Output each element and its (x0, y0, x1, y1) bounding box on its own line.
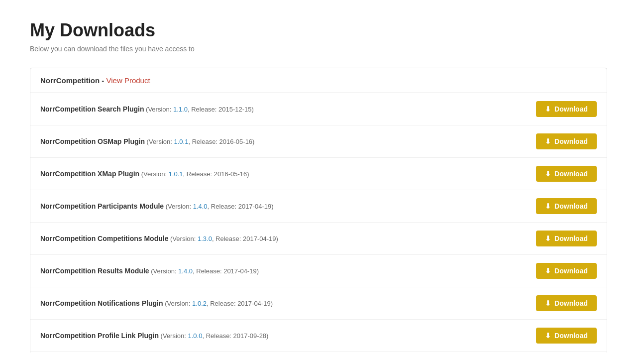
item-name: NorrCompetition Profile Link Plugin (Ver… (40, 332, 268, 340)
download-item: NorrCompetition Participants Module (Ver… (30, 190, 607, 223)
page-title: My Downloads (30, 20, 614, 41)
item-title: NorrCompetition OSMap Plugin (40, 137, 145, 145)
download-button[interactable]: ⬇Download (536, 328, 597, 344)
product-name: NorrCompetition (40, 76, 100, 85)
item-title: NorrCompetition Participants Module (40, 202, 164, 210)
item-meta: (Version: 1.0.2, Release: 2017-04-19) (163, 300, 273, 307)
download-button[interactable]: ⬇Download (536, 295, 597, 311)
download-icon: ⬇ (545, 170, 551, 178)
product-card: NorrCompetition - View Product NorrCompe… (30, 68, 607, 353)
download-item: NorrCompetition Profile Link Plugin (Ver… (30, 320, 607, 352)
download-item: NorrCompetition Notifications Plugin (Ve… (30, 287, 607, 320)
item-meta: (Version: 1.4.0, Release: 2017-04-19) (149, 267, 259, 275)
download-icon: ⬇ (545, 105, 551, 113)
download-button-label: Download (554, 202, 588, 210)
item-meta: (Version: 1.1.0, Release: 2015-12-15) (144, 106, 253, 113)
item-name: NorrCompetition Competitions Module (Ver… (40, 235, 278, 242)
item-title: NorrCompetition Search Plugin (40, 105, 144, 113)
item-title: NorrCompetition XMap Plugin (40, 170, 139, 178)
item-meta: (Version: 1.0.0, Release: 2017-09-28) (159, 332, 268, 340)
download-icon: ⬇ (545, 332, 551, 340)
download-item: NorrCompetition Results Module (Version:… (30, 255, 607, 287)
product-header: NorrCompetition - View Product (30, 68, 607, 93)
download-button[interactable]: ⬇Download (536, 133, 597, 149)
download-button-label: Download (554, 105, 588, 113)
item-meta: (Version: 1.0.1, Release: 2016-05-16) (139, 170, 249, 178)
download-item: NorrCompetition Competitions Module (Ver… (30, 223, 607, 255)
download-icon: ⬇ (545, 235, 551, 242)
item-title: NorrCompetition Results Module (40, 267, 149, 275)
separator: - (100, 76, 106, 85)
item-name: NorrCompetition Results Module (Version:… (40, 267, 259, 275)
download-button-label: Download (554, 299, 588, 307)
view-product-link[interactable]: View Product (107, 76, 150, 85)
page-subtitle: Below you can download the files you hav… (30, 45, 614, 53)
item-meta: (Version: 1.4.0, Release: 2017-04-19) (164, 203, 273, 210)
item-name: NorrCompetition Notifications Plugin (Ve… (40, 299, 273, 307)
download-icon: ⬇ (545, 299, 551, 307)
download-button[interactable]: ⬇Download (536, 198, 597, 214)
download-button[interactable]: ⬇Download (536, 231, 597, 246)
download-button[interactable]: ⬇Download (536, 263, 597, 279)
download-item: NorrCompetition Search Plugin (Version: … (30, 93, 607, 125)
download-item: NorrCompetition XMap Plugin (Version: 1.… (30, 158, 607, 190)
download-button-label: Download (554, 332, 588, 340)
download-button-label: Download (554, 137, 588, 145)
download-button[interactable]: ⬇Download (536, 101, 597, 117)
download-list: NorrCompetition Search Plugin (Version: … (30, 93, 607, 353)
item-name: NorrCompetition Search Plugin (Version: … (40, 105, 254, 113)
download-button-label: Download (554, 235, 588, 242)
download-button-label: Download (554, 267, 588, 275)
item-name: NorrCompetition Participants Module (Ver… (40, 202, 274, 210)
item-meta: (Version: 1.3.0, Release: 2017-04-19) (168, 235, 278, 242)
download-item: NorrCompetition OSMap Plugin (Version: 1… (30, 125, 607, 158)
item-meta: (Version: 1.0.1, Release: 2016-05-16) (145, 138, 254, 145)
download-button[interactable]: ⬇Download (536, 166, 597, 182)
download-icon: ⬇ (545, 137, 551, 145)
item-name: NorrCompetition OSMap Plugin (Version: 1… (40, 137, 254, 145)
download-icon: ⬇ (545, 202, 551, 210)
download-button-label: Download (554, 170, 588, 178)
item-title: NorrCompetition Competitions Module (40, 235, 168, 242)
item-name: NorrCompetition XMap Plugin (Version: 1.… (40, 170, 249, 178)
download-icon: ⬇ (545, 267, 551, 275)
item-title: NorrCompetition Notifications Plugin (40, 299, 163, 307)
item-title: NorrCompetition Profile Link Plugin (40, 332, 159, 340)
